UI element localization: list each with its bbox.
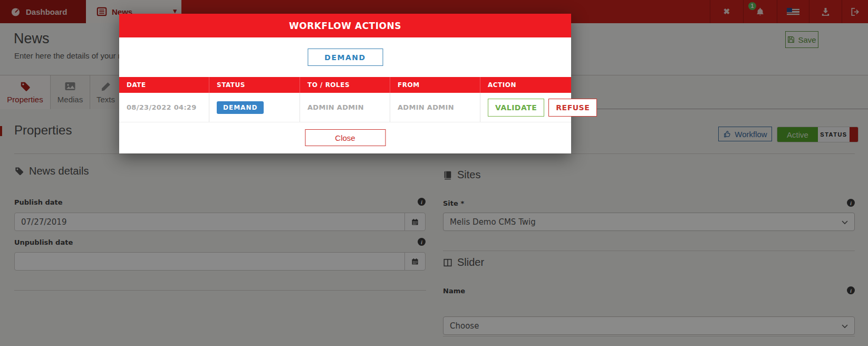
modal-close-button[interactable]: Close — [305, 129, 385, 146]
demand-button[interactable]: DEMAND — [307, 49, 383, 66]
col-action: ACTION — [480, 77, 571, 93]
refuse-button[interactable]: REFUSE — [548, 99, 597, 117]
app-window: Dashboard News ▾ ✖ 1 — [0, 0, 868, 346]
table-row: 08/23/2022 04:29 DEMAND ADMIN ADMIN ADMI… — [119, 93, 571, 122]
workflow-table-header: DATE STATUS TO / ROLES FROM ACTION — [119, 77, 571, 93]
cell-to-roles: ADMIN ADMIN — [300, 93, 390, 122]
cell-status: DEMAND — [209, 93, 300, 122]
validate-button[interactable]: VALIDATE — [488, 99, 544, 117]
status-badge: DEMAND — [217, 101, 264, 114]
cell-from: ADMIN ADMIN — [390, 93, 480, 122]
col-status: STATUS — [209, 77, 300, 93]
workflow-actions-modal: WORKFLOW ACTIONS DEMAND DATE STATUS TO /… — [119, 14, 571, 153]
col-date: DATE — [119, 77, 209, 93]
cell-date: 08/23/2022 04:29 — [119, 93, 209, 122]
col-to-roles: TO / ROLES — [300, 77, 390, 93]
modal-title: WORKFLOW ACTIONS — [119, 14, 571, 37]
cell-action: VALIDATE REFUSE — [480, 93, 571, 122]
col-from: FROM — [390, 77, 480, 93]
